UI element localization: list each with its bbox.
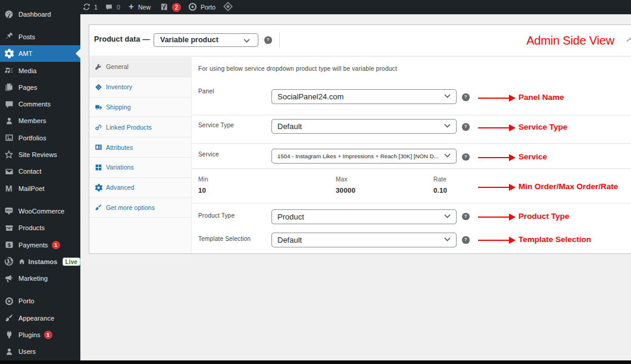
svg-text:WOO: WOO [6,209,13,212]
svg-text:$: $ [7,241,11,248]
